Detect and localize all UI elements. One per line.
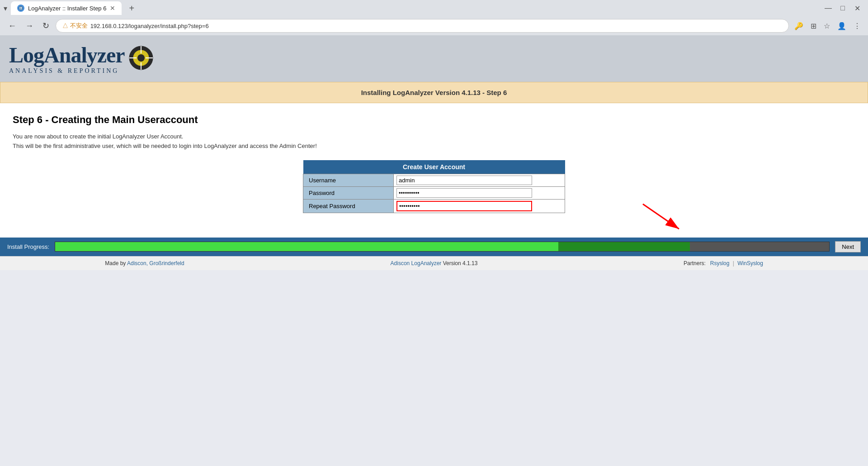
create-user-table: Create User Account Username Password Re… (303, 160, 565, 213)
table-header: Create User Account (303, 160, 565, 174)
repeat-password-input-cell (394, 199, 565, 213)
footer-adiscon-link[interactable]: Adiscon, Großrinderfeld (127, 260, 184, 266)
svg-point-5 (137, 54, 145, 62)
security-warning-text: 不安全 (70, 22, 88, 29)
progress-label: Install Progress: (7, 243, 49, 250)
install-header: Installing LogAnalyzer Version 4.1.13 - … (0, 82, 868, 103)
username-input[interactable] (396, 176, 532, 185)
step-description: You are now about to create the initial … (13, 132, 855, 151)
username-input-cell (394, 174, 565, 186)
bookmark-icon[interactable]: ☆ (822, 21, 832, 31)
footer-loganalyzer-link[interactable]: Adiscon LogAnalyzer (391, 260, 442, 266)
repeat-password-input[interactable] (396, 201, 532, 211)
svg-line-11 (643, 204, 679, 229)
security-warning-icon: △ 不安全 (62, 22, 88, 30)
step-title: Step 6 - Creating the Main Useraccount (13, 114, 855, 126)
close-button[interactable]: ✕ (854, 5, 861, 12)
menu-icon[interactable]: ⋮ (852, 21, 863, 31)
logo-icon (128, 45, 154, 72)
minimize-button[interactable]: — (825, 5, 832, 12)
tab-dropdown[interactable]: ▾ (4, 4, 7, 13)
password-input-cell (394, 186, 565, 199)
logo-subtitle: ANALYSIS & REPORTING (9, 67, 125, 75)
profile-icon[interactable]: 👤 (835, 21, 848, 31)
password-input[interactable] (396, 188, 532, 198)
logo-title: LogAnalyzer (9, 43, 125, 67)
logo-bar: LogAnalyzer ANALYSIS & REPORTING (0, 35, 868, 82)
tab-favicon (17, 5, 24, 12)
progress-fill-dark (558, 242, 690, 251)
form-wrapper: Create User Account Username Password Re… (13, 160, 855, 213)
repeat-password-label: Repeat Password (303, 199, 394, 213)
new-tab-button[interactable]: + (125, 3, 138, 14)
back-button[interactable]: ← (5, 20, 19, 32)
username-label: Username (303, 174, 394, 186)
progress-track (55, 242, 830, 252)
tab-title: LogAnalyzer :: Installer Step 6 (28, 5, 106, 12)
refresh-button[interactable]: ↻ (40, 20, 52, 32)
tab-close-button[interactable]: ✕ (110, 5, 115, 12)
password-label: Password (303, 186, 394, 199)
arrow-annotation (638, 200, 693, 236)
footer-rsyslog-link[interactable]: Rsyslog (710, 260, 730, 266)
next-button[interactable]: Next (835, 241, 861, 252)
footer-winsyslog-link[interactable]: WinSyslog (737, 260, 763, 266)
key-icon[interactable]: 🔑 (793, 21, 805, 31)
footer-partners: Partners: Rsyslog | WinSyslog (579, 260, 868, 266)
url-text[interactable]: 192.168.0.123/loganalyzer/install.php?st… (90, 23, 782, 29)
footer-center: Adiscon LogAnalyzer Version 4.1.13 (289, 260, 579, 266)
translate-icon[interactable]: ⊞ (809, 21, 818, 31)
maximize-button[interactable]: □ (839, 5, 846, 12)
footer-made-by: Made by Adiscon, Großrinderfeld (0, 260, 289, 266)
forward-button[interactable]: → (23, 20, 36, 32)
content-area: Step 6 - Creating the Main Useraccount Y… (0, 103, 868, 224)
progress-bar-area: Install Progress: Next (0, 238, 868, 256)
page-footer: Made by Adiscon, Großrinderfeld Adiscon … (0, 256, 868, 270)
progress-fill-light (55, 242, 558, 251)
